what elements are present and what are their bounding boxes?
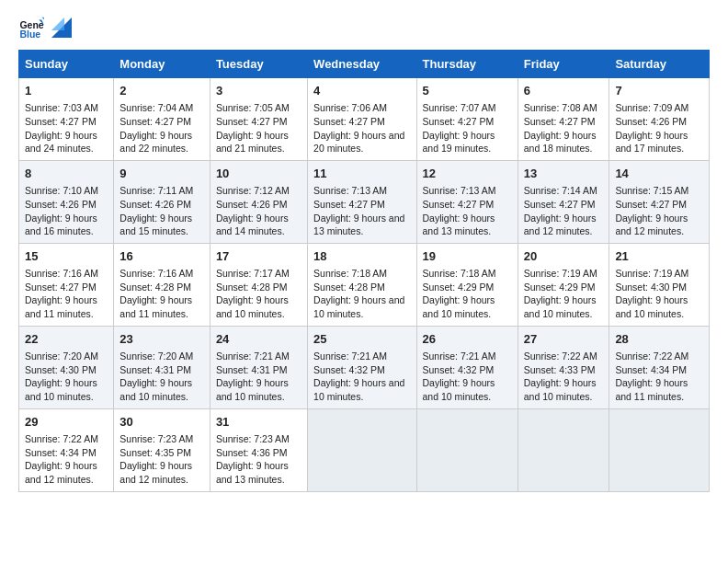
calendar-cell: 27Sunrise: 7:22 AMSunset: 4:33 PMDayligh… (518, 326, 609, 408)
calendar-week-row: 22Sunrise: 7:20 AMSunset: 4:30 PMDayligh… (19, 326, 710, 408)
day-info: Sunrise: 7:16 AMSunset: 4:28 PMDaylight:… (119, 267, 204, 321)
header-tuesday: Tuesday (210, 51, 307, 78)
day-number: 22 (25, 331, 108, 348)
calendar-cell: 1Sunrise: 7:03 AMSunset: 4:27 PMDaylight… (19, 78, 114, 161)
calendar-cell: 16Sunrise: 7:16 AMSunset: 4:28 PMDayligh… (114, 243, 210, 326)
calendar-cell: 9Sunrise: 7:11 AMSunset: 4:26 PMDaylight… (114, 160, 210, 243)
calendar-cell: 31Sunrise: 7:23 AMSunset: 4:36 PMDayligh… (210, 408, 307, 491)
day-info: Sunrise: 7:07 AMSunset: 4:27 PMDaylight:… (423, 101, 512, 155)
day-number: 26 (423, 331, 512, 348)
day-info: Sunrise: 7:08 AMSunset: 4:27 PMDaylight:… (524, 101, 604, 155)
calendar-cell (518, 408, 609, 491)
calendar-cell: 24Sunrise: 7:21 AMSunset: 4:31 PMDayligh… (210, 326, 307, 408)
header-saturday: Saturday (609, 51, 710, 78)
day-number: 13 (524, 166, 604, 182)
day-number: 29 (25, 414, 108, 431)
day-number: 1 (25, 83, 108, 99)
logo: General Blue (18, 15, 72, 40)
day-number: 14 (615, 166, 703, 182)
calendar-cell: 28Sunrise: 7:22 AMSunset: 4:34 PMDayligh… (609, 326, 710, 408)
day-info: Sunrise: 7:21 AMSunset: 4:31 PMDaylight:… (216, 350, 301, 404)
day-info: Sunrise: 7:05 AMSunset: 4:27 PMDaylight:… (216, 101, 301, 155)
day-info: Sunrise: 7:13 AMSunset: 4:27 PMDaylight:… (423, 184, 512, 238)
calendar-header-row: SundayMondayTuesdayWednesdayThursdayFrid… (19, 51, 710, 78)
calendar-week-row: 29Sunrise: 7:22 AMSunset: 4:34 PMDayligh… (19, 408, 710, 491)
calendar-cell: 17Sunrise: 7:17 AMSunset: 4:28 PMDayligh… (210, 243, 307, 326)
day-info: Sunrise: 7:19 AMSunset: 4:29 PMDaylight:… (524, 267, 604, 321)
calendar-cell: 19Sunrise: 7:18 AMSunset: 4:29 PMDayligh… (416, 243, 518, 326)
day-number: 24 (216, 331, 301, 348)
calendar-cell: 15Sunrise: 7:16 AMSunset: 4:27 PMDayligh… (19, 243, 114, 326)
day-info: Sunrise: 7:19 AMSunset: 4:30 PMDaylight:… (615, 267, 703, 321)
calendar-cell: 11Sunrise: 7:13 AMSunset: 4:27 PMDayligh… (308, 160, 416, 243)
day-info: Sunrise: 7:22 AMSunset: 4:34 PMDaylight:… (25, 432, 108, 487)
header-wednesday: Wednesday (308, 51, 416, 78)
day-info: Sunrise: 7:21 AMSunset: 4:32 PMDaylight:… (313, 350, 410, 404)
day-info: Sunrise: 7:11 AMSunset: 4:26 PMDaylight:… (119, 184, 204, 238)
day-info: Sunrise: 7:18 AMSunset: 4:29 PMDaylight:… (423, 267, 512, 321)
logo-triangle-icon (51, 17, 72, 38)
day-info: Sunrise: 7:12 AMSunset: 4:26 PMDaylight:… (216, 184, 301, 238)
calendar-cell: 13Sunrise: 7:14 AMSunset: 4:27 PMDayligh… (518, 160, 609, 243)
day-number: 12 (423, 166, 512, 182)
calendar-cell: 12Sunrise: 7:13 AMSunset: 4:27 PMDayligh… (416, 160, 518, 243)
day-info: Sunrise: 7:04 AMSunset: 4:27 PMDaylight:… (119, 101, 204, 155)
day-number: 8 (25, 166, 108, 182)
calendar-cell: 20Sunrise: 7:19 AMSunset: 4:29 PMDayligh… (518, 243, 609, 326)
day-number: 7 (615, 83, 703, 99)
calendar-cell: 3Sunrise: 7:05 AMSunset: 4:27 PMDaylight… (210, 78, 307, 161)
day-number: 6 (524, 83, 604, 99)
calendar-cell: 5Sunrise: 7:07 AMSunset: 4:27 PMDaylight… (416, 78, 518, 161)
day-number: 2 (119, 83, 204, 99)
day-info: Sunrise: 7:21 AMSunset: 4:32 PMDaylight:… (423, 350, 512, 404)
calendar-cell: 22Sunrise: 7:20 AMSunset: 4:30 PMDayligh… (19, 326, 114, 408)
header-thursday: Thursday (416, 51, 518, 78)
svg-marker-5 (51, 17, 64, 30)
calendar-week-row: 15Sunrise: 7:16 AMSunset: 4:27 PMDayligh… (19, 243, 710, 326)
day-info: Sunrise: 7:06 AMSunset: 4:27 PMDaylight:… (313, 101, 410, 155)
calendar-cell: 18Sunrise: 7:18 AMSunset: 4:28 PMDayligh… (308, 243, 416, 326)
day-info: Sunrise: 7:23 AMSunset: 4:36 PMDaylight:… (216, 432, 301, 487)
day-info: Sunrise: 7:13 AMSunset: 4:27 PMDaylight:… (313, 184, 410, 238)
day-info: Sunrise: 7:15 AMSunset: 4:27 PMDaylight:… (615, 184, 703, 238)
day-info: Sunrise: 7:14 AMSunset: 4:27 PMDaylight:… (524, 184, 604, 238)
day-number: 30 (119, 414, 204, 431)
header-monday: Monday (114, 51, 210, 78)
calendar-cell: 8Sunrise: 7:10 AMSunset: 4:26 PMDaylight… (19, 160, 114, 243)
calendar-cell: 7Sunrise: 7:09 AMSunset: 4:26 PMDaylight… (609, 78, 710, 161)
day-number: 9 (119, 166, 204, 182)
day-number: 25 (313, 331, 410, 348)
day-number: 19 (423, 248, 512, 265)
calendar-cell (308, 408, 416, 491)
day-number: 21 (615, 248, 703, 265)
calendar-cell (609, 408, 710, 491)
logo-icon: General Blue (18, 15, 44, 40)
calendar-table: SundayMondayTuesdayWednesdayThursdayFrid… (18, 50, 710, 492)
calendar-cell: 2Sunrise: 7:04 AMSunset: 4:27 PMDaylight… (114, 78, 210, 161)
day-number: 3 (216, 83, 301, 99)
day-number: 10 (216, 166, 301, 182)
calendar-cell: 30Sunrise: 7:23 AMSunset: 4:35 PMDayligh… (114, 408, 210, 491)
day-info: Sunrise: 7:17 AMSunset: 4:28 PMDaylight:… (216, 267, 301, 321)
calendar-cell: 26Sunrise: 7:21 AMSunset: 4:32 PMDayligh… (416, 326, 518, 408)
day-info: Sunrise: 7:16 AMSunset: 4:27 PMDaylight:… (25, 267, 108, 321)
day-number: 28 (615, 331, 703, 348)
day-info: Sunrise: 7:10 AMSunset: 4:26 PMDaylight:… (25, 184, 108, 238)
day-number: 27 (524, 331, 604, 348)
day-number: 4 (313, 83, 410, 99)
calendar-cell: 4Sunrise: 7:06 AMSunset: 4:27 PMDaylight… (308, 78, 416, 161)
calendar-week-row: 8Sunrise: 7:10 AMSunset: 4:26 PMDaylight… (19, 160, 710, 243)
header-sunday: Sunday (19, 51, 114, 78)
calendar-cell: 6Sunrise: 7:08 AMSunset: 4:27 PMDaylight… (518, 78, 609, 161)
calendar-cell (416, 408, 518, 491)
day-info: Sunrise: 7:18 AMSunset: 4:28 PMDaylight:… (313, 267, 410, 321)
day-info: Sunrise: 7:22 AMSunset: 4:34 PMDaylight:… (615, 350, 703, 404)
calendar-cell: 10Sunrise: 7:12 AMSunset: 4:26 PMDayligh… (210, 160, 307, 243)
day-number: 18 (313, 248, 410, 265)
day-number: 17 (216, 248, 301, 265)
svg-text:Blue: Blue (19, 29, 40, 40)
calendar-cell: 29Sunrise: 7:22 AMSunset: 4:34 PMDayligh… (19, 408, 114, 491)
calendar-cell: 23Sunrise: 7:20 AMSunset: 4:31 PMDayligh… (114, 326, 210, 408)
calendar-cell: 21Sunrise: 7:19 AMSunset: 4:30 PMDayligh… (609, 243, 710, 326)
day-number: 20 (524, 248, 604, 265)
